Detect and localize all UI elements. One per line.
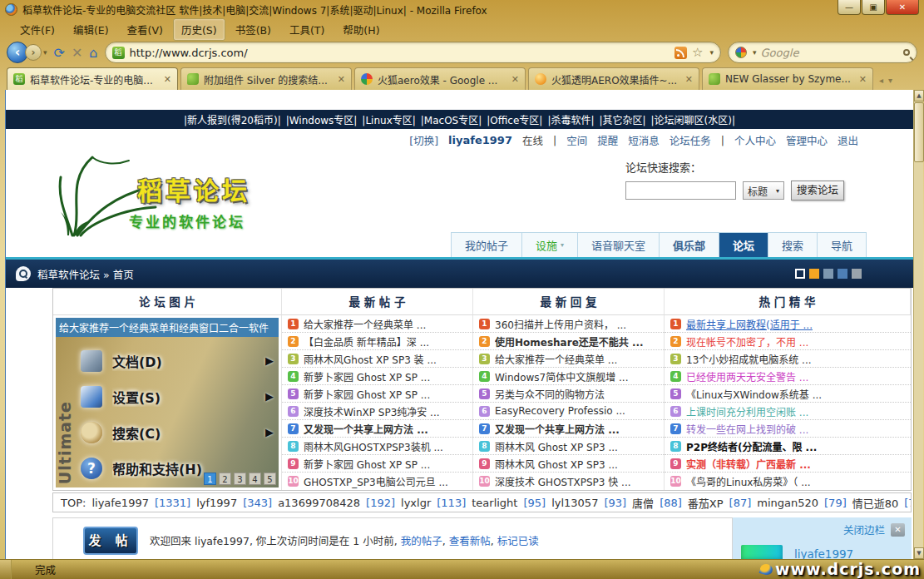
slideshow-caption[interactable]: 给大家推荐一个经典菜单和经典窗口二合一软件 xyxy=(56,318,279,337)
nav-link-newbie[interactable]: |新人报到(得20稻币)| xyxy=(184,112,281,126)
tab-straw-forum[interactable]: 稻 稻草软件论坛-专业的电脑... ✕ xyxy=(7,67,178,90)
scrollbar-thumb[interactable] xyxy=(914,102,924,162)
search-forum-button[interactable]: 搜索论坛 xyxy=(791,181,844,200)
page-dot[interactable]: 3 xyxy=(234,473,246,485)
mark-read-link[interactable]: 标记已读 xyxy=(497,535,539,547)
post-link[interactable]: 转发一些在网上找到的破 ... xyxy=(686,422,808,436)
close-sidebar-icon[interactable]: ✕ xyxy=(891,523,905,537)
urlbar-dropdown-icon[interactable]: ▾ xyxy=(709,48,714,57)
bookmark-star-icon[interactable]: ☆ xyxy=(692,45,703,60)
history-dropdown-icon[interactable]: ▾ xyxy=(43,48,47,57)
post-link[interactable]: 13个小妙招成就电脑系统 ... xyxy=(686,352,812,366)
post-link[interactable]: 实测（非转载）广西最新 ... xyxy=(686,457,811,471)
post-link[interactable]: 【白金品质 新年精品】深 ... xyxy=(304,334,429,349)
post-link[interactable]: 已经使用两天无安全警告 ... xyxy=(686,369,808,384)
top-user[interactable]: a13699708428 xyxy=(278,497,360,509)
tab-glasser[interactable]: NEW Glasser by Szyme... ✕ xyxy=(702,67,873,90)
tab-close-icon[interactable]: ✕ xyxy=(511,74,519,85)
post-link[interactable]: 给大家推荐一个经典菜单 ... xyxy=(304,317,426,331)
post-link[interactable]: 另类与众不同的购物方法 xyxy=(495,387,605,401)
view-new-posts-link[interactable]: 查看新帖 xyxy=(449,535,491,547)
post-link[interactable]: Windows7简体中文旗舰增 ... xyxy=(495,369,628,384)
post-link[interactable]: 《鸟哥的Linux私房菜》（ ... xyxy=(686,474,811,488)
post-link[interactable]: 雨林木风 Ghost XP SP3 ... xyxy=(495,457,618,471)
post-link[interactable]: 雨林木风Ghost XP SP3 装 ... xyxy=(304,352,437,366)
menu-help[interactable]: 帮助(H) xyxy=(334,18,388,41)
url-bar[interactable]: 稻 ☆ ▾ xyxy=(105,42,722,63)
tab-navigation[interactable]: 导航 xyxy=(817,232,867,257)
top-user[interactable]: 番茄XP xyxy=(688,495,724,511)
post-link[interactable]: 给大家推荐一个经典菜单 ... xyxy=(495,352,617,366)
post-link[interactable]: 使用Homeshare还是不能共 ... xyxy=(495,334,644,349)
sidebar-username-link[interactable]: liyafe1997 xyxy=(794,547,853,559)
menu-history[interactable]: 历史(S) xyxy=(173,18,225,41)
tab-google-aero[interactable]: 火狐aero效果 - Google ... ✕ xyxy=(354,67,526,90)
tab-search[interactable]: 搜索 xyxy=(768,232,818,257)
switch-account-link[interactable]: [切换] xyxy=(409,132,438,148)
close-button[interactable]: ✕ xyxy=(886,0,919,15)
post-link[interactable]: 雨林木风 Ghost XP SP3 ... xyxy=(495,439,618,453)
post-link[interactable]: GHOSTXP_SP3电脑公司元旦 ... xyxy=(304,474,448,488)
maximize-button[interactable]: ▣ xyxy=(862,0,885,15)
top-user[interactable]: lyf1997 xyxy=(196,497,237,509)
top-user[interactable]: mingan520 xyxy=(757,497,818,509)
post-link[interactable]: 深度技术 GHOSTXPSP3 快 ... xyxy=(495,474,631,488)
page-dot[interactable]: 5 xyxy=(264,473,276,485)
menu-edit[interactable]: 编辑(E) xyxy=(65,18,117,41)
tab-voice-chat[interactable]: 语音聊天室 xyxy=(577,232,660,257)
post-link[interactable]: 最新共享上网教程(适用于 ... xyxy=(686,317,813,331)
quick-search-input[interactable] xyxy=(625,181,736,200)
username-link[interactable]: liyafe1997 xyxy=(448,134,512,146)
page-dot[interactable]: 1 xyxy=(204,473,216,485)
admin-center-link[interactable]: 管理中心 xyxy=(786,132,828,148)
top-user[interactable]: 唐僧 xyxy=(632,495,654,511)
messages-link[interactable]: 短消息 xyxy=(628,132,660,148)
tasks-link[interactable]: 论坛任务 xyxy=(670,132,711,148)
tab-scroll-left-icon[interactable]: ◂ xyxy=(879,76,883,85)
style-swatch[interactable] xyxy=(795,269,805,279)
reload-button[interactable]: ⟳ xyxy=(54,45,65,61)
nav-link-antivirus[interactable]: |杀毒软件| xyxy=(547,112,594,126)
menu-view[interactable]: 查看(V) xyxy=(119,18,171,41)
style-swatch[interactable] xyxy=(823,269,833,279)
menu-bookmarks[interactable]: 书签(B) xyxy=(227,18,279,41)
style-swatch[interactable] xyxy=(852,269,862,279)
post-link[interactable]: 新萝卜家园 Ghost XP SP ... xyxy=(304,369,430,384)
tab-close-icon[interactable]: ✕ xyxy=(164,74,171,85)
profile-center-link[interactable]: 个人中心 xyxy=(734,132,776,148)
search-bar[interactable]: ▾ xyxy=(728,42,917,63)
top-user[interactable]: lyxlgr xyxy=(401,497,431,509)
menu-tools[interactable]: 工具(T) xyxy=(281,18,333,41)
space-link[interactable]: 空间 xyxy=(566,132,587,148)
stop-button[interactable]: ✕ xyxy=(72,45,82,61)
forward-button[interactable]: › xyxy=(25,44,42,61)
tab-close-icon[interactable]: ✕ xyxy=(859,74,867,85)
slideshow[interactable]: 给大家推荐一个经典菜单和经典窗口二合一软件 Ultimate 文档(D) ▶ 设… xyxy=(56,318,279,487)
tab-clubs[interactable]: 俱乐部 xyxy=(659,232,719,257)
scroll-down-icon[interactable]: ▼ xyxy=(914,547,924,559)
top-user[interactable]: lyl13057 xyxy=(551,497,598,509)
breadcrumb-home-link[interactable]: 稻草软件论坛 xyxy=(37,269,100,281)
menu-file[interactable]: 文件(F) xyxy=(12,18,63,41)
minimize-button[interactable]: — xyxy=(838,0,861,15)
tab-facilities[interactable]: 设施 ▾ xyxy=(521,232,578,257)
rss-icon[interactable] xyxy=(674,47,687,59)
nav-link-office[interactable]: |Office专区| xyxy=(487,112,542,126)
tab-forum[interactable]: 论坛 xyxy=(719,232,768,257)
new-post-button[interactable]: 发 帖 xyxy=(83,527,138,555)
post-link[interactable]: 雨林木风GHOSTXPSP3装机 ... xyxy=(304,439,443,453)
tab-close-icon[interactable]: ✕ xyxy=(338,74,345,85)
post-link[interactable]: 新萝卜家园 Ghost XP SP ... xyxy=(304,387,430,401)
breadcrumb-page-link[interactable]: 首页 xyxy=(113,269,134,281)
page-dot[interactable]: 2 xyxy=(219,473,231,485)
post-link[interactable]: 深度技术WinXP SP3纯净安 ... xyxy=(304,404,440,418)
search-icon[interactable] xyxy=(903,49,910,56)
search-type-select[interactable]: 标题 ▾ xyxy=(743,181,784,200)
top-user[interactable]: 情已逝80 xyxy=(852,495,899,511)
post-link[interactable]: P2P终结者(分配流量、限 ... xyxy=(686,439,817,453)
nav-link-linux[interactable]: |Linux专区| xyxy=(362,112,415,126)
nav-link-chat[interactable]: |论坛闲聊区(水区)| xyxy=(651,112,735,126)
close-sidebar-link[interactable]: 关闭边栏 xyxy=(843,522,885,537)
top-user[interactable]: tearlight xyxy=(472,497,517,509)
tab-my-posts[interactable]: 我的帖子 xyxy=(451,232,522,257)
